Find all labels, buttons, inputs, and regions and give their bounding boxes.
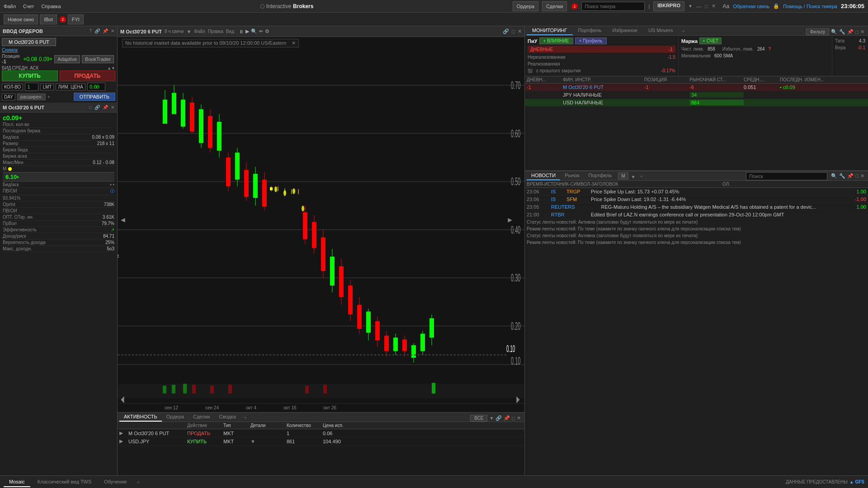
chart-maximize[interactable]: □ — [512, 29, 515, 34]
params-add[interactable]: + — [47, 94, 50, 99]
chart-msg-close[interactable]: ✕ — [292, 40, 296, 46]
activity-pin[interactable]: 📌 — [504, 415, 510, 421]
chart-nav-left[interactable]: ◄ — [118, 214, 128, 226]
feedback-btn[interactable]: Обратная связь — [733, 4, 769, 9]
monitoring-close[interactable]: ✕ — [860, 29, 864, 35]
pf-row1-instrument[interactable]: M Oct30'20 6 PUT — [563, 84, 644, 90]
activity-link[interactable]: 🔗 — [495, 415, 502, 421]
news-headline-1[interactable]: Price Spike Up Last: 15.73 +0.07 0.45% — [591, 189, 846, 194]
news-market-filter[interactable]: М — [618, 173, 628, 179]
symbol-button[interactable]: M Oct30'20 6 PUT — [2, 38, 56, 46]
news-headline-3[interactable]: REG-Maturu Holding A/S – the subsidiary … — [601, 204, 846, 210]
ntab-portfolio[interactable]: Портфель — [584, 171, 616, 180]
help-btn[interactable]: Помощь / Поиск тикера — [783, 4, 837, 9]
snimok-link[interactable]: Снимок — [2, 47, 18, 52]
news-wrench[interactable]: 🔧 — [839, 173, 845, 179]
inst-close[interactable]: ✕ — [111, 105, 114, 110]
tab-trades[interactable]: Сделки — [189, 413, 215, 422]
quantity-field[interactable] — [25, 83, 38, 91]
rtab-monitoring[interactable]: МОНИТОРИНГ — [527, 26, 573, 35]
font-btn[interactable]: Aa — [723, 3, 730, 9]
news-close[interactable]: ✕ — [860, 173, 864, 179]
btab-add[interactable]: + — [134, 478, 142, 487]
monitoring-pin[interactable]: 📌 — [847, 29, 854, 35]
buy-button[interactable]: КУПИТЬ — [2, 70, 58, 81]
izbytoch-question[interactable]: ? — [769, 47, 771, 52]
rtab-add[interactable]: + — [679, 27, 689, 35]
trades-button[interactable]: Сделки — [542, 1, 567, 11]
news-pin[interactable]: 📌 — [847, 173, 854, 179]
activity-close[interactable]: ✕ — [517, 415, 521, 421]
news-headline-4[interactable]: Edited Brief of LAZ.N earnings conferenc… — [591, 212, 866, 217]
inst-lock[interactable]: 🔗 — [94, 105, 100, 110]
add-account-btn[interactable]: + СЧЕТ — [699, 38, 722, 44]
news-search-input[interactable] — [746, 172, 827, 180]
chart-menu-view[interactable]: Вид — [226, 29, 234, 34]
news-maximize[interactable]: □ — [855, 173, 859, 178]
inst-maximize[interactable]: □ — [89, 105, 92, 110]
monitoring-maximize[interactable]: □ — [855, 29, 859, 35]
activity-maximize[interactable]: □ — [512, 416, 515, 421]
bid-ask-arrows[interactable]: ▲▼ — [107, 66, 115, 70]
pv-oi-info-icon[interactable]: ⓘ — [110, 188, 114, 194]
news-add[interactable]: + — [637, 172, 646, 180]
tab-orders[interactable]: Ордера — [162, 413, 189, 422]
profile-button[interactable]: + Профиль — [575, 38, 607, 44]
btab-training[interactable]: Обучение — [99, 477, 132, 487]
news-search-icon[interactable]: 🔍 — [831, 173, 837, 179]
chart-toolbar-icon2[interactable]: ▶ — [245, 28, 249, 34]
effekt-arrow[interactable]: ↗ — [111, 227, 114, 232]
tab-summary[interactable]: Сводка — [214, 413, 240, 422]
send-button[interactable]: ОТПРАВИТЬ — [74, 93, 115, 101]
activity-filter-btn[interactable]: ВСЕ — [470, 415, 487, 422]
new-window-button[interactable]: Новое окно — [4, 14, 38, 24]
chart-toolbar-icon4[interactable]: ✏ — [259, 28, 263, 34]
booktrader-button[interactable]: BookTrader — [82, 55, 114, 63]
btab-classic[interactable]: Классический вид TWS — [32, 477, 97, 487]
rtab-favorites[interactable]: Избранное — [607, 26, 643, 35]
info-row-1: Последняя биржа — [3, 128, 114, 134]
ntab-news[interactable]: НОВОСТИ — [527, 171, 560, 180]
activity-icon1[interactable]: ▼ — [489, 416, 494, 421]
oe-pin[interactable]: 📌 — [103, 28, 108, 33]
rtab-usmovers[interactable]: US Movers — [643, 26, 678, 35]
ntab-market[interactable]: Рынок — [560, 171, 584, 180]
row2-arrow[interactable]: ▶ — [119, 438, 128, 444]
chart-menu-file[interactable]: Файл — [194, 29, 205, 34]
sell-button[interactable]: ПРОДАТЬ — [60, 70, 116, 81]
chart-close[interactable]: ✕ — [518, 28, 522, 34]
chart-menu-edit[interactable]: Правка — [208, 29, 223, 34]
menu-help[interactable]: Справка — [41, 4, 61, 9]
ibot-button[interactable]: IBot — [40, 14, 57, 24]
extended-button[interactable]: расширен. — [17, 94, 46, 100]
inst-pin[interactable]: 📌 — [103, 105, 108, 110]
monitoring-wrench[interactable]: 🔧 — [839, 29, 845, 35]
chart-toolbar-icon5[interactable]: ⚙ — [265, 28, 269, 34]
menu-file[interactable]: Файл — [4, 4, 16, 9]
chart-toolbar-icon3[interactable]: 🔍 — [251, 28, 257, 34]
menu-account[interactable]: Счет — [23, 4, 34, 9]
orders-button[interactable]: Ордера — [513, 1, 538, 11]
fyi-button[interactable]: FYI — [68, 14, 84, 24]
adaptive-button[interactable]: Adaptive — [54, 55, 80, 63]
monitoring-filter-btn[interactable]: Фильтр — [806, 28, 830, 35]
activity-add[interactable]: + — [241, 413, 250, 422]
chart-nav-right[interactable]: ► — [505, 214, 515, 226]
limit-price-field[interactable] — [87, 83, 105, 91]
influence-button[interactable]: + ВЛИЯНИЕ — [539, 38, 573, 44]
row1-arrow[interactable]: ▶ — [119, 430, 128, 436]
oe-question[interactable]: ? — [89, 28, 92, 33]
oe-lock[interactable]: 🔗 — [94, 28, 100, 33]
price2-display: 0.09+ — [39, 56, 52, 62]
news-headline-2[interactable]: Price Spike Down Last: 19.02 -1.31 -6.44… — [591, 197, 846, 202]
oe-close[interactable]: ✕ — [111, 28, 114, 33]
btab-mosaic[interactable]: Mosaic — [4, 477, 30, 487]
chart-candle[interactable]: 8 ч свечи — [165, 29, 184, 34]
monitoring-search[interactable]: 🔍 — [831, 29, 837, 35]
rtab-portfolio[interactable]: Портфель — [573, 26, 607, 35]
chart-link[interactable]: 🔗 — [503, 28, 509, 34]
news-filter-add[interactable]: ▼ — [630, 174, 637, 180]
tab-activity[interactable]: АКТИВНОСТЬ — [119, 413, 162, 422]
chart-toolbar-icon1[interactable]: ⏸ — [239, 29, 244, 34]
search-input[interactable] — [581, 2, 645, 11]
